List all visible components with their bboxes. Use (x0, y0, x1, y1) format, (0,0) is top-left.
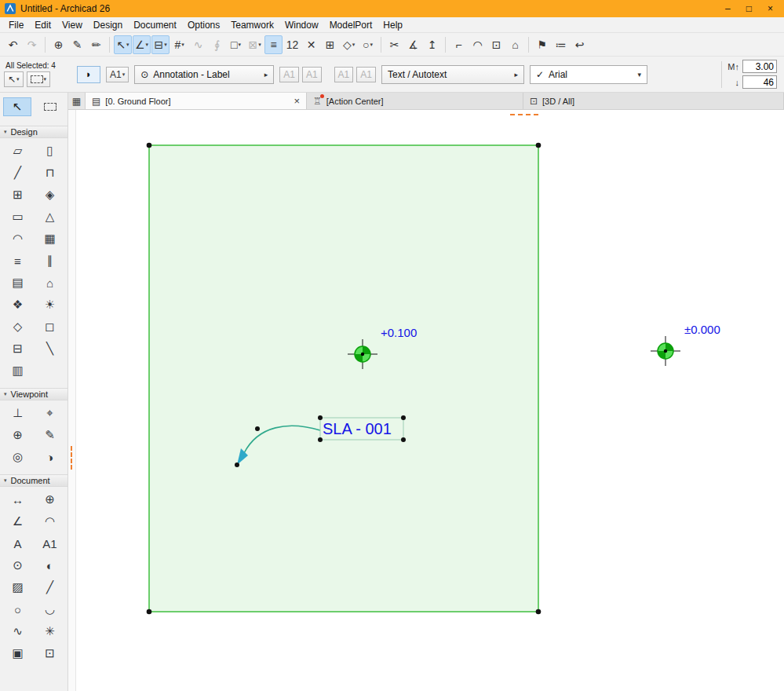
tab-2[interactable]: ♖[Action Center] (307, 93, 523, 109)
stretch-button[interactable]: ⊞ (321, 35, 339, 54)
marker-tool-button[interactable]: ◐ (34, 554, 66, 576)
elevation-tool-button[interactable]: ⌖ (34, 402, 66, 424)
mesh-tool-button[interactable]: ▦ (34, 228, 66, 250)
corner-window-tool-button[interactable]: ⊟ (2, 338, 34, 360)
slab-corner-handle[interactable] (147, 143, 152, 148)
pick-up-parameters-button[interactable]: ✎ (68, 35, 86, 54)
go-back-button[interactable]: ↩ (571, 35, 589, 54)
current-tool-button[interactable]: ◗ (77, 66, 100, 83)
label-handle[interactable] (318, 437, 323, 442)
section-design-header[interactable]: ▾Design (0, 126, 67, 138)
menu-edit[interactable]: Edit (29, 18, 57, 32)
menu-help[interactable]: Help (377, 18, 408, 32)
find-select-button[interactable]: ⊕ (49, 35, 67, 54)
section-viewpoint-header[interactable]: ▾Viewpoint (0, 388, 67, 400)
slab-corner-handle[interactable] (147, 609, 152, 615)
menu-modelport[interactable]: ModelPort (324, 18, 378, 32)
menu-view[interactable]: View (57, 18, 88, 32)
camera-tool-button[interactable]: ⊙ (2, 554, 34, 576)
menu-teamwork[interactable]: Teamwork (225, 18, 279, 32)
3d-document-tool-button[interactable]: ◑ (34, 446, 66, 468)
pointer-on-button[interactable]: A1 (334, 67, 354, 82)
line-tool-button[interactable]: ╱ (34, 576, 66, 598)
end-wall-tool-button[interactable]: ╲ (34, 338, 66, 360)
shell-tool-button[interactable]: ◠ (2, 228, 34, 250)
spline-tool-button[interactable]: ∿ (2, 620, 34, 642)
label-tool-button[interactable]: A1 (34, 532, 66, 554)
marquee-preset-button[interactable]: ▾ (27, 71, 51, 87)
section-document-header[interactable]: ▾Document (0, 474, 67, 487)
zone-tool-button[interactable]: ⌂ (34, 272, 66, 294)
flag-button[interactable]: ⚑ (533, 35, 551, 54)
roof-tool-button[interactable]: △ (34, 206, 66, 228)
dropdown-caret-icon[interactable]: ▾ (181, 42, 184, 48)
level-value-1[interactable]: +0.100 (381, 326, 417, 339)
dimension-preview-button[interactable]: 12 (283, 35, 301, 54)
dropdown-caret-icon[interactable]: ▾ (126, 42, 129, 48)
curtain-wall-panel-tool-button[interactable]: ▥ (2, 360, 34, 382)
split-button[interactable]: ✂ (385, 35, 403, 54)
slab-element[interactable] (149, 145, 538, 612)
navigator-popup-button[interactable]: ▦ (68, 93, 86, 109)
font-combo[interactable]: ✓ Arial ▾ (530, 65, 647, 84)
pen-sets-button[interactable]: ○▾ (359, 35, 377, 54)
window-tool-button[interactable]: ⊞ (2, 184, 34, 206)
interior-elevation-tool-button[interactable]: ⊕ (2, 424, 34, 446)
trim-button[interactable]: ⌐ (450, 35, 468, 54)
level-value-2[interactable]: ±0.000 (684, 323, 720, 336)
tab-1[interactable]: ▤[0. Ground Floor]× (86, 93, 307, 109)
figure-tool-button[interactable]: ▣ (2, 642, 34, 664)
symbol-label-button[interactable]: A1 (279, 67, 299, 82)
level-dimension-tool-button[interactable]: ⊕ (34, 488, 66, 510)
text-autotext-combo[interactable]: Text / Autotext ▸ (381, 65, 524, 84)
worksheet-tool-button[interactable]: ✎ (34, 424, 66, 446)
lamp-tool-button[interactable]: ☀ (34, 294, 66, 316)
fill-tool-button[interactable]: ▨ (2, 576, 34, 598)
section-tool-button[interactable]: ⊥ (2, 402, 34, 424)
adjust-button[interactable]: ∡ (404, 35, 422, 54)
door-tool-button[interactable]: ⊓ (34, 162, 66, 184)
splitter-handle-icon[interactable] (71, 446, 72, 470)
lock-button[interactable]: ⊠▾ (246, 35, 264, 54)
label-text[interactable]: SLA - 001 (323, 420, 392, 437)
dropdown-caret-icon[interactable]: ▾ (44, 76, 47, 82)
snap-grid-button[interactable]: #▾ (170, 35, 188, 54)
resize-button[interactable]: ⊡ (487, 35, 505, 54)
detail-tool-button[interactable]: ◎ (2, 446, 34, 468)
dropdown-caret-icon[interactable]: ▾ (164, 42, 167, 48)
level-marker-2[interactable] (651, 336, 680, 366)
arc-tool-button[interactable]: ◡ (34, 598, 66, 620)
dropdown-caret-icon[interactable]: ▾ (258, 42, 261, 48)
dropdown-caret-icon[interactable]: ▾ (122, 71, 126, 78)
text-label-button[interactable]: A1 (302, 67, 322, 82)
label-handle[interactable] (401, 415, 406, 420)
drawing-tool-button[interactable]: ⊡ (34, 642, 66, 664)
beam-tool-button[interactable]: ╱ (2, 162, 34, 184)
leader-end-handle[interactable] (235, 462, 239, 467)
object-tool-button[interactable]: ❖ (2, 294, 34, 316)
menu-document[interactable]: Document (128, 18, 182, 32)
slab-corner-handle[interactable] (536, 609, 542, 615)
wall-tool-button[interactable]: ▱ (2, 140, 34, 162)
suspend-groups-button[interactable]: ✕ (302, 35, 320, 54)
stair-tool-button[interactable]: ≡ (2, 250, 34, 272)
arrow-preset-button[interactable]: ↖▾ (4, 71, 24, 87)
menu-file[interactable]: File (3, 18, 29, 32)
dropdown-caret-icon[interactable]: ▾ (239, 42, 242, 48)
menu-window[interactable]: Window (279, 18, 324, 32)
marquee-options-button[interactable]: □▾ (227, 35, 245, 54)
annotation-combo[interactable]: ⊙ Annotation - Label ▸ (134, 65, 274, 84)
column-tool-button[interactable]: ▯ (34, 140, 66, 162)
arrow-tool-button[interactable]: ↖▾ (114, 35, 132, 54)
marquee-tool-button[interactable] (36, 97, 64, 116)
skylight-tool-button[interactable]: ◈ (34, 184, 66, 206)
close-button[interactable]: × (768, 3, 773, 14)
menu-design[interactable]: Design (88, 18, 128, 32)
close-tab-button[interactable]: × (294, 95, 300, 107)
expand-right-icon[interactable]: ▸ (514, 71, 518, 79)
radial-dimension-tool-button[interactable]: ◠ (34, 510, 66, 532)
floor-plan-canvas[interactable]: +0.100 ±0.000 SLA - 001 (76, 110, 784, 691)
maximize-button[interactable]: □ (746, 3, 752, 14)
label-style-button[interactable]: A1 ▾ (106, 67, 129, 82)
guide-lines-button[interactable]: ∠▾ (133, 35, 151, 54)
